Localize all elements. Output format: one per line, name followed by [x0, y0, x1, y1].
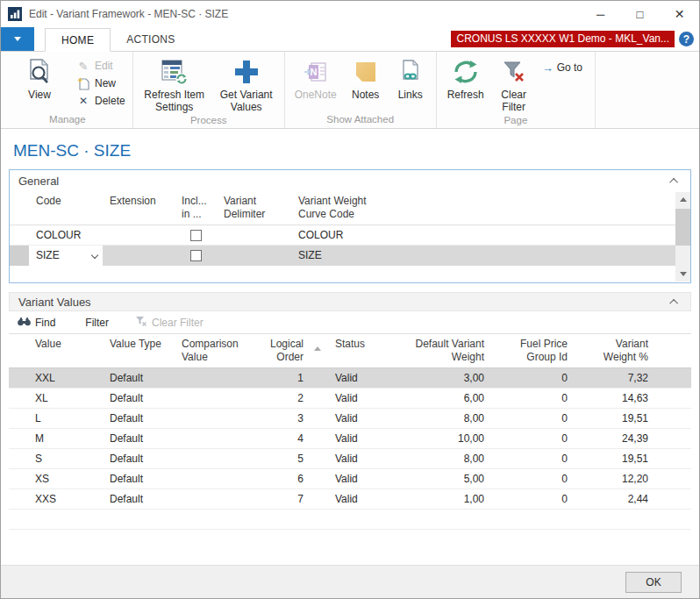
- variant-value-row[interactable]: LDefault3Valid8,00019,51: [9, 409, 691, 429]
- value-cell[interactable]: XXL: [28, 368, 103, 389]
- value-type-cell[interactable]: Default: [103, 389, 175, 409]
- tab-home[interactable]: HOME: [45, 28, 111, 52]
- comparison-cell[interactable]: [175, 449, 258, 469]
- new-button[interactable]: New: [73, 75, 129, 92]
- variant-value-row[interactable]: XSDefault6Valid5,00012,20: [9, 469, 691, 489]
- incl-cell[interactable]: [175, 246, 217, 266]
- delimiter-cell[interactable]: [217, 225, 291, 246]
- links-button[interactable]: Links: [389, 53, 432, 101]
- fuel-price-cell[interactable]: 0: [504, 489, 587, 510]
- onenote-button[interactable]: N OneNote: [289, 53, 343, 101]
- fuel-price-cell[interactable]: 0: [504, 389, 587, 409]
- weight-cell[interactable]: 10,00: [407, 429, 504, 449]
- comparison-cell[interactable]: [175, 409, 258, 429]
- value-cell[interactable]: XXS: [28, 489, 103, 510]
- col-value-type[interactable]: Value Type: [103, 334, 175, 368]
- value-cell[interactable]: M: [28, 429, 103, 449]
- code-cell[interactable]: SIZE: [29, 246, 103, 266]
- scrollbar-thumb[interactable]: [675, 209, 690, 246]
- clear-filter-toolbar-button[interactable]: Clear Filter: [128, 313, 211, 332]
- checkbox[interactable]: [190, 250, 202, 261]
- value-cell[interactable]: S: [28, 449, 103, 469]
- col-variant-weight-pct[interactable]: Variant Weight %: [587, 334, 675, 368]
- value-cell[interactable]: XL: [28, 389, 103, 409]
- logical-order-cell[interactable]: 2: [258, 389, 309, 409]
- find-button[interactable]: Find: [11, 313, 62, 332]
- general-section-header[interactable]: General: [10, 170, 690, 191]
- row-selector[interactable]: [10, 246, 29, 266]
- scroll-up-icon[interactable]: [675, 192, 690, 207]
- extension-cell[interactable]: [103, 246, 175, 266]
- ok-button[interactable]: OK: [625, 572, 682, 593]
- logical-order-cell[interactable]: 3: [258, 409, 309, 429]
- general-row[interactable]: COLOURCOLOUR: [10, 225, 690, 246]
- row-selector[interactable]: [9, 449, 28, 469]
- extension-cell[interactable]: [103, 225, 175, 246]
- col-logical-order[interactable]: Logical Order: [258, 334, 309, 368]
- delete-button[interactable]: ✕ Delete: [73, 92, 129, 110]
- row-selector[interactable]: [9, 489, 28, 510]
- weight-cell[interactable]: 5,00: [407, 469, 504, 489]
- col-value[interactable]: Value: [28, 334, 103, 368]
- row-selector[interactable]: [10, 225, 29, 246]
- combobox-chevron-icon[interactable]: [91, 252, 98, 259]
- comparison-cell[interactable]: [175, 489, 258, 510]
- weight-pct-cell[interactable]: 14,63: [587, 389, 675, 409]
- minimize-icon[interactable]: ─: [581, 1, 620, 27]
- comparison-cell[interactable]: [175, 469, 258, 489]
- delimiter-cell[interactable]: [217, 246, 291, 266]
- status-cell[interactable]: Valid: [328, 469, 407, 489]
- variant-value-row[interactable]: XLDefault2Valid6,00014,63: [9, 389, 691, 409]
- row-selector[interactable]: [9, 389, 28, 409]
- logical-order-cell[interactable]: 7: [258, 489, 309, 510]
- edit-button[interactable]: ✎ Edit: [73, 57, 129, 75]
- weight-cell[interactable]: 3,00: [407, 368, 504, 389]
- weight-pct-cell[interactable]: 2,44: [587, 489, 675, 510]
- fuel-price-cell[interactable]: 0: [504, 449, 587, 469]
- weight-pct-cell[interactable]: 24,39: [587, 429, 675, 449]
- variant-value-row[interactable]: XXLDefault1Valid3,0007,32: [9, 368, 691, 389]
- view-button[interactable]: View: [6, 53, 73, 101]
- notes-button[interactable]: Notes: [343, 53, 389, 101]
- general-col-curve-code[interactable]: Variant Weight Curve Code: [291, 191, 690, 225]
- variant-value-row[interactable]: SDefault5Valid8,00019,51: [9, 449, 691, 469]
- value-type-cell[interactable]: Default: [103, 429, 175, 449]
- refresh-button[interactable]: Refresh: [440, 53, 491, 101]
- weight-pct-cell[interactable]: 7,32: [587, 368, 675, 389]
- status-cell[interactable]: Valid: [328, 368, 407, 389]
- row-selector[interactable]: [9, 409, 28, 429]
- general-col-delimiter[interactable]: Variant Delimiter: [217, 191, 291, 225]
- row-selector[interactable]: [9, 469, 28, 489]
- fuel-price-cell[interactable]: 0: [504, 368, 587, 389]
- incl-cell[interactable]: [175, 225, 217, 246]
- close-icon[interactable]: ✕: [660, 1, 699, 27]
- fuel-price-cell[interactable]: 0: [504, 469, 587, 489]
- comparison-cell[interactable]: [175, 429, 258, 449]
- value-type-cell[interactable]: Default: [103, 489, 175, 510]
- maximize-icon[interactable]: □: [620, 1, 660, 27]
- tab-actions[interactable]: ACTIONS: [111, 27, 190, 51]
- curve-code-cell[interactable]: SIZE: [291, 246, 690, 266]
- general-row[interactable]: SIZESIZE: [10, 246, 690, 266]
- col-default-variant-weight[interactable]: Default Variant Weight: [407, 334, 504, 368]
- value-cell[interactable]: XS: [28, 469, 103, 489]
- value-cell[interactable]: L: [28, 409, 103, 429]
- goto-button[interactable]: → Go to: [539, 59, 586, 76]
- row-selector[interactable]: [9, 429, 28, 449]
- value-type-cell[interactable]: Default: [103, 368, 175, 389]
- status-cell[interactable]: Valid: [328, 389, 407, 409]
- logical-order-cell[interactable]: 1: [258, 368, 309, 389]
- comparison-cell[interactable]: [175, 389, 258, 409]
- filter-button[interactable]: Filter: [78, 313, 116, 332]
- logical-order-cell[interactable]: 5: [258, 449, 309, 469]
- status-cell[interactable]: Valid: [328, 409, 407, 429]
- variant-value-row[interactable]: MDefault4Valid10,00024,39: [9, 429, 691, 449]
- general-scrollbar[interactable]: [675, 192, 690, 282]
- weight-cell[interactable]: 8,00: [407, 449, 504, 469]
- value-type-cell[interactable]: Default: [103, 449, 175, 469]
- general-col-code[interactable]: Code: [29, 191, 103, 225]
- col-fuel-price-group-id[interactable]: Fuel Price Group Id: [504, 334, 587, 368]
- get-variant-values-button[interactable]: Get Variant Values: [212, 53, 281, 113]
- fuel-price-cell[interactable]: 0: [504, 429, 587, 449]
- code-cell[interactable]: COLOUR: [29, 225, 103, 246]
